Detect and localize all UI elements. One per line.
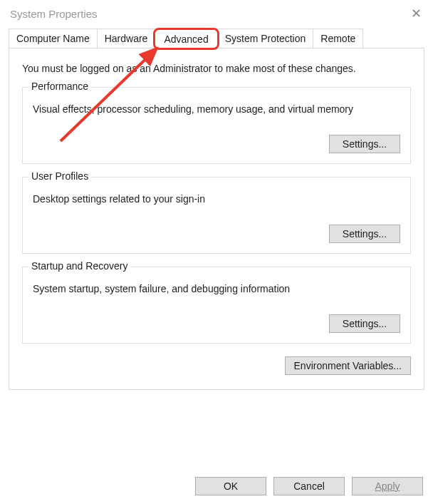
apply-button[interactable]: Apply: [352, 477, 423, 495]
startup-recovery-settings-button[interactable]: Settings...: [329, 314, 400, 333]
performance-settings-button[interactable]: Settings...: [329, 135, 400, 153]
group-startup-recovery-desc: System startup, system failure, and debu…: [33, 283, 400, 294]
environment-variables-button[interactable]: Environment Variables...: [285, 356, 411, 375]
group-startup-recovery: Startup and Recovery System startup, sys…: [22, 267, 411, 344]
group-user-profiles-desc: Desktop settings related to your sign-in: [33, 193, 400, 205]
tab-computer-name[interactable]: Computer Name: [9, 29, 98, 48]
admin-instruction: You must be logged on as an Administrato…: [22, 63, 411, 74]
window-title: System Properties: [10, 8, 98, 20]
titlebar: System Properties ✕: [0, 0, 433, 29]
group-user-profiles-legend: User Profiles: [28, 170, 91, 182]
group-performance-legend: Performance: [28, 81, 91, 92]
tab-system-protection[interactable]: System Protection: [217, 29, 314, 48]
ok-button[interactable]: OK: [195, 477, 266, 495]
tab-hardware[interactable]: Hardware: [97, 29, 156, 48]
close-icon[interactable]: ✕: [408, 6, 424, 21]
cancel-button[interactable]: Cancel: [273, 477, 345, 495]
tab-panel-advanced: You must be logged on as an Administrato…: [9, 48, 424, 390]
group-user-profiles: User Profiles Desktop settings related t…: [22, 177, 411, 254]
group-performance: Performance Visual effects, processor sc…: [22, 87, 411, 164]
group-startup-recovery-legend: Startup and Recovery: [28, 260, 130, 272]
dialog-buttons: OK Cancel Apply: [195, 477, 423, 495]
group-performance-desc: Visual effects, processor scheduling, me…: [33, 103, 400, 115]
tab-advanced[interactable]: Advanced: [155, 29, 217, 48]
tab-remote[interactable]: Remote: [313, 29, 363, 48]
user-profiles-settings-button[interactable]: Settings...: [329, 225, 400, 243]
tabs-row: Computer Name Hardware Advanced System P…: [9, 29, 424, 48]
